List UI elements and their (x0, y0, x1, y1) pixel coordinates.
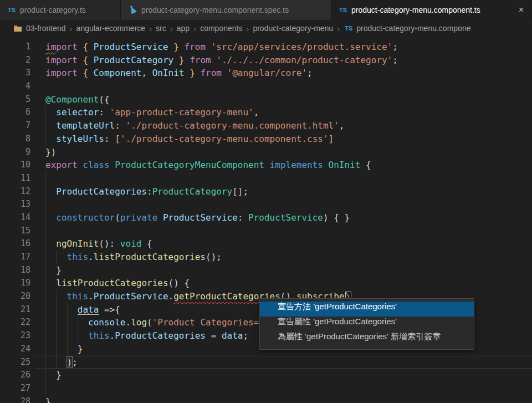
code-segment (110, 160, 115, 170)
indent-guide (45, 277, 46, 290)
breadcrumb-item-components[interactable]: components (200, 24, 242, 33)
code-line-28[interactable]: 28} (0, 395, 532, 403)
code-line-10[interactable]: 10export class ProductCategoryMenuCompon… (0, 159, 532, 172)
code-line-18[interactable]: 18 } (0, 264, 532, 277)
code-segment: : (238, 212, 248, 223)
quickfix-menu-item[interactable]: 宣告方法 'getProductCategories' (260, 302, 474, 317)
code-line-11[interactable]: 11 (0, 172, 532, 185)
code-segment: [] (232, 186, 243, 197)
code-segment: } (190, 68, 195, 78)
code-segment: OnInit (152, 68, 185, 78)
code-segment (45, 278, 56, 288)
code-segment: } (45, 265, 62, 276)
line-number: 9 (0, 146, 30, 159)
indent-guide (56, 251, 57, 264)
code-text: styleUrls: ['./product-category-menu.com… (30, 132, 532, 146)
code-segment: { (83, 42, 88, 52)
code-segment: , (141, 68, 152, 78)
line-number: 4 (0, 80, 30, 93)
code-line-26[interactable]: 26 } (0, 369, 532, 382)
chevron-separator: › (170, 24, 173, 33)
indent-guide (78, 316, 78, 329)
code-text: this.listProductCategories(); (30, 251, 532, 264)
code-segment: : (115, 120, 125, 131)
code-segment: ProductCategory (94, 55, 174, 65)
code-line-4[interactable]: 4 (0, 80, 532, 93)
code-line-13[interactable]: 13 (0, 198, 532, 211)
breadcrumb-item-03-frontend[interactable]: 03-frontend (26, 24, 66, 33)
code-line-14[interactable]: 14 constructor(private ProductService: P… (0, 211, 532, 225)
code-line-7[interactable]: 7 templateUrl: './product-category-menu.… (0, 119, 532, 132)
breadcrumb-item-product-category-menu[interactable]: product-category-menu (253, 24, 333, 33)
line-number: 23 (0, 329, 30, 343)
code-line-19[interactable]: 19 listProductCategories() { (0, 277, 532, 290)
code-line-25[interactable]: 25 ); (0, 356, 532, 369)
code-line-16[interactable]: 16 ngOnInit(): void { (0, 237, 532, 251)
code-segment: ; (72, 357, 78, 368)
code-line-9[interactable]: 9}) (0, 146, 532, 159)
breadcrumb-item-angular-ecommerce[interactable]: angular-ecommerce (76, 24, 146, 33)
code-text: import { Component, OnInit } from '@angu… (30, 67, 532, 80)
code-segment: . (88, 252, 94, 262)
tab-product-category-menu.component.ts[interactable]: TSproduct-category-menu.component.ts× (331, 0, 532, 20)
code-segment (88, 55, 94, 65)
tab-product-category-menu.component.spec.ts[interactable]: product-category-menu.component.spec.ts (121, 0, 331, 20)
code-segment (179, 42, 185, 52)
chevron-separator: › (149, 24, 152, 33)
code-line-17[interactable]: 17 this.listProductCategories(); (0, 251, 532, 264)
code-line-2[interactable]: 2import { ProductCategory } from './../.… (0, 54, 532, 67)
code-segment: '@angular/core' (227, 68, 308, 78)
code-text: export class ProductCategoryMenuComponen… (30, 159, 532, 172)
indent-guide (56, 343, 57, 356)
line-number: 25 (0, 356, 30, 369)
code-segment: from (190, 55, 211, 65)
tab-label: product-category-menu.component.spec.ts (141, 6, 289, 14)
code-text: ); (30, 356, 532, 369)
indent-guide (67, 329, 68, 343)
code-line-6[interactable]: 6 selector: 'app-product-category-menu', (0, 106, 532, 119)
code-line-5[interactable]: 5@Component({ (0, 93, 532, 106)
typescript-icon: TS (345, 25, 352, 32)
code-segment: : (99, 107, 109, 118)
line-number: 13 (0, 198, 30, 211)
indent-guide (56, 316, 57, 329)
code-line-12[interactable]: 12 ProductCategories:ProductCategory[]; (0, 185, 532, 198)
code-text: ngOnInit(): void { (30, 237, 532, 251)
code-text (30, 225, 532, 238)
code-segment: ; (392, 42, 398, 52)
code-segment: ( (147, 317, 152, 328)
code-segment: 'src/app/services/product.service' (211, 42, 393, 52)
code-segment: (); (206, 252, 222, 262)
code-line-1[interactable]: 1import { ProductService } from 'src/app… (0, 40, 532, 54)
code-segment: [ (115, 134, 120, 144)
tab-product-category.ts[interactable]: TSproduct-category.ts (0, 0, 121, 20)
test-flask-icon (129, 6, 137, 14)
code-line-27[interactable]: 27 (0, 382, 532, 395)
code-segment: ProductCategories (115, 330, 206, 341)
quickfix-menu-item[interactable]: 宣告屬性 'getProductCategories' (260, 317, 474, 331)
code-segment: ProductCategory (152, 186, 233, 197)
quickfix-menu-item[interactable]: 為屬性 'getProductCategories' 新增索引簽章 (260, 331, 474, 346)
breadcrumb-item-app[interactable]: app (177, 24, 190, 33)
breadcrumb: 03-frontend›angular-ecommerce›src›app›co… (0, 20, 532, 37)
code-segment: ) (67, 357, 73, 368)
code-segment: ; (243, 330, 248, 341)
indent-guide (67, 343, 68, 356)
indent-guide (45, 329, 46, 343)
breadcrumb-item-src[interactable]: src (156, 24, 166, 33)
code-segment: ProductCategories (56, 186, 147, 197)
code-segment (78, 42, 83, 52)
close-icon[interactable]: × (513, 5, 524, 15)
code-segment (45, 134, 56, 144)
tab-label: product-category-menu.component.ts (351, 6, 480, 14)
breadcrumb-file[interactable]: product-category-menu.compone (356, 24, 470, 33)
code-text: listProductCategories() { (30, 277, 532, 290)
code-segment (45, 186, 56, 197)
code-line-3[interactable]: 3import { Component, OnInit } from '@ang… (0, 67, 532, 80)
code-segment: => (99, 304, 115, 315)
code-segment: @Component (45, 94, 99, 105)
code-line-15[interactable]: 15 (0, 225, 532, 238)
indent-guide (56, 356, 57, 369)
code-segment (168, 42, 174, 52)
code-line-8[interactable]: 8 styleUrls: ['./product-category-menu.c… (0, 132, 532, 146)
